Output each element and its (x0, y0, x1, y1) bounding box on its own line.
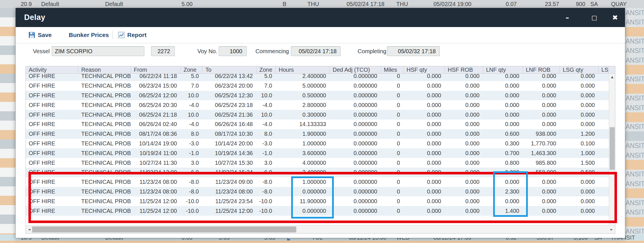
table-cell: 0.000 (404, 168, 445, 177)
table-cell (599, 187, 609, 197)
table-cell: TECHNICAL PROBLEM (78, 206, 131, 216)
table-cell: 1.400 (483, 206, 523, 216)
vertical-scrollbar[interactable]: ▲ ▼ (609, 74, 615, 225)
close-button[interactable]: ✖ (609, 11, 621, 24)
table-cell: -8.0 (181, 177, 203, 187)
scroll-left-icon[interactable]: ◄ (26, 226, 33, 233)
column-header-lnf-qty[interactable]: LNF qty (483, 66, 523, 74)
table-cell: OFF HIRE (26, 120, 78, 129)
column-header-miles[interactable]: Miles (381, 66, 404, 74)
column-header-hsf-qty[interactable]: HSF qty (404, 66, 445, 74)
column-header-to[interactable]: To (203, 66, 257, 74)
table-cell: 0.000 (560, 196, 599, 206)
column-header-zone[interactable]: Zone (181, 66, 203, 74)
table-cell: 0.000 (404, 139, 445, 149)
dialog-titlebar[interactable]: Delay – □ ✖ (16, 8, 625, 27)
table-row[interactable]: OFF HIRETECHNICAL PROBLEM06/25/24 21:181… (26, 110, 609, 120)
report-button[interactable]: Report (118, 27, 147, 43)
table-cell: 0.000 (483, 100, 523, 110)
table-cell: OFF HIRE (26, 100, 78, 110)
background-strip-row: ANSIT (625, 75, 644, 84)
table-cell: 0.000 (483, 177, 523, 187)
table-cell (599, 81, 609, 91)
vessel-input[interactable]: ZIM SCORPIO (52, 46, 144, 56)
bunker-prices-button[interactable]: Bunker Prices (69, 27, 109, 43)
app-background: 20.9DefaultDefault5.00BTHU05/02/24 17:18… (0, 0, 644, 243)
table-cell: 0.000 (560, 110, 599, 120)
scroll-up-icon[interactable]: ▲ (609, 74, 615, 80)
table-cell: 1.200 (560, 129, 599, 139)
table-row[interactable]: OFF HIRETECHNICAL PROBLEM11/23/24 08:00-… (26, 187, 609, 197)
table-cell: 0.000 (560, 120, 599, 129)
table-row[interactable]: OFF HIRETECHNICAL PROBLEM11/25/24 12:00-… (26, 196, 609, 206)
background-strip-row (0, 121, 16, 130)
table-cell: OFF HIRE (26, 158, 78, 168)
table-cell: 0 (381, 129, 404, 139)
voy-no-input[interactable]: 1000 (219, 46, 247, 56)
table-row[interactable]: OFF HIRETECHNICAL PROBLEM08/17/24 08:368… (26, 129, 609, 139)
background-strip-row: ANSIT (625, 46, 644, 55)
column-header-hsf-rob[interactable]: HSF ROB (445, 66, 483, 74)
table-row[interactable]: OFF HIRETECHNICAL PROBLEM06/26/24 02:40-… (26, 120, 609, 129)
table-cell: TECHNICAL PROBLEM (78, 177, 131, 187)
column-header-reason[interactable]: Reason (78, 66, 131, 74)
table-row[interactable]: OFF HIRETECHNICAL PROBLEM06/23/24 15:007… (26, 81, 609, 91)
horizontal-scroll-thumb[interactable] (32, 226, 296, 232)
table-row[interactable]: OFF HIRETECHNICAL PROBLEM11/25/24 12:00-… (26, 206, 609, 216)
table-row[interactable]: OFF HIRETECHNICAL PROBLEM11/03/24 13:006… (26, 168, 609, 177)
column-header-from[interactable]: From (131, 66, 181, 74)
table-cell: -3.0 (257, 139, 276, 149)
column-header-hours[interactable]: Hours (276, 66, 330, 74)
table-cell: 938.000 (523, 129, 560, 139)
table-row[interactable]: OFF HIRETECHNICAL PROBLEM06/25/24 12:001… (26, 91, 609, 100)
table-cell: 0.300 (483, 168, 523, 177)
column-header-lnf-rob[interactable]: LNF ROB (523, 66, 560, 74)
maximize-button[interactable]: □ (588, 11, 601, 24)
background-strip-row (0, 224, 16, 233)
table-cell: 0.000 (523, 81, 560, 91)
column-header-ded-adj-tco-[interactable]: Ded Adj (TCO) (330, 66, 381, 74)
table-cell: 1.900000 (276, 129, 330, 139)
table-row[interactable]: OFF HIRETECHNICAL PROBLEM10/19/24 11:00-… (26, 148, 609, 158)
table-row[interactable]: OFF HIRETECHNICAL PROBLEM10/14/24 19:00-… (26, 139, 609, 149)
scroll-right-icon[interactable]: ► (608, 226, 615, 233)
background-strip-row (0, 158, 16, 168)
background-strip-row: ANSIT (625, 17, 644, 27)
table-cell: 0 (381, 177, 404, 187)
save-button[interactable]: Save (28, 27, 52, 43)
background-strip-row (625, 131, 644, 141)
scroll-down-icon[interactable]: ▼ (609, 219, 615, 225)
background-table-top-row: 20.9DefaultDefault5.00BTHU05/02/24 17:18… (0, 0, 644, 8)
table-cell: 11/25/24 12:00 (203, 206, 257, 216)
table-cell: 06/26/24 02:40 (131, 120, 181, 129)
table-cell: 0.000 (483, 120, 523, 129)
background-strip-row: ANSIT (625, 103, 644, 112)
table-cell: 0 (381, 100, 404, 110)
table-cell: 06/25/24 21:18 (131, 110, 181, 120)
table-row[interactable]: OFF HIRETECHNICAL PROBLEM06/22/24 11:185… (26, 74, 609, 81)
completing-input[interactable]: 05/02/32 17:18 (387, 46, 440, 56)
column-header-lsg-qty[interactable]: LSG qty (560, 66, 599, 74)
background-cell: B (283, 1, 286, 7)
delay-table-header: ActivityReasonFromZoneToZoneHoursDed Adj… (26, 66, 615, 74)
table-cell: 0.000000 (330, 120, 381, 129)
commencing-input[interactable]: 05/02/24 17:18 (291, 46, 341, 56)
horizontal-scrollbar[interactable]: ◄ ► (26, 225, 615, 233)
table-cell: -10.0 (257, 206, 276, 216)
table-cell: OFF HIRE (26, 206, 78, 216)
column-header-zone[interactable]: Zone (257, 66, 276, 74)
table-cell: 0.000000 (330, 206, 381, 216)
table-row[interactable]: OFF HIRETECHNICAL PROBLEM06/25/24 20:30-… (26, 100, 609, 110)
column-header-activity[interactable]: Activity (26, 66, 78, 74)
minimize-button[interactable]: – (561, 11, 574, 24)
vessel-code-input[interactable]: 2272 (151, 46, 175, 56)
table-cell: 0 (381, 168, 404, 177)
column-header-lsg-r[interactable]: LSG R (599, 66, 609, 74)
table-row[interactable]: OFF HIRETECHNICAL PROBLEM11/23/24 08:00-… (26, 177, 609, 187)
table-cell: 0.000 (404, 196, 445, 206)
table-cell: 10/27/24 11:30 (131, 158, 181, 168)
table-row[interactable]: OFF HIRETECHNICAL PROBLEM10/27/24 11:303… (26, 158, 609, 168)
table-cell: 2.300 (483, 187, 523, 197)
vertical-scroll-thumb[interactable] (610, 127, 615, 170)
table-cell: 0.000 (560, 81, 599, 91)
